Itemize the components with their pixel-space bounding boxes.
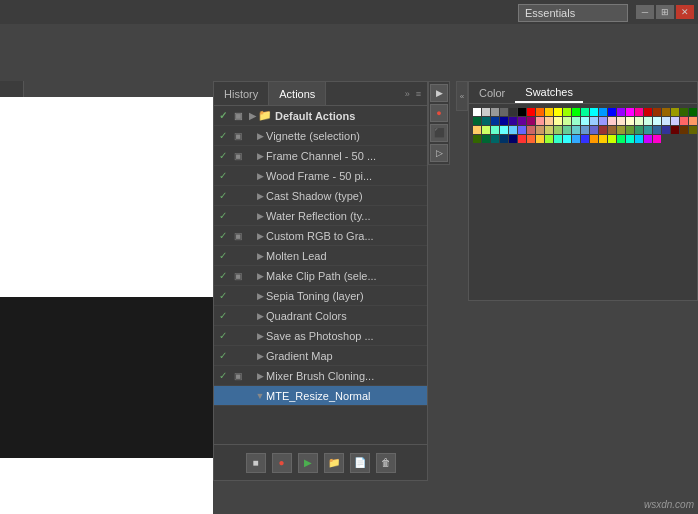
swatch-88[interactable] (590, 135, 598, 143)
swatch-77[interactable] (491, 135, 499, 143)
swatch-6[interactable] (527, 108, 535, 116)
side-btn-2[interactable]: ● (430, 104, 448, 122)
expand-icon-1[interactable]: ▶ (254, 131, 266, 141)
expand-icon-13[interactable]: ▶ (254, 371, 266, 381)
swatch-71[interactable] (662, 126, 670, 134)
swatch-29[interactable] (509, 117, 517, 125)
swatch-76[interactable] (482, 135, 490, 143)
expand-icon-2[interactable]: ▶ (254, 151, 266, 161)
expand-icon-7[interactable]: ▶ (254, 251, 266, 261)
swatch-32[interactable] (536, 117, 544, 125)
swatch-58[interactable] (545, 126, 553, 134)
action-item-7[interactable]: ✓ ▶ Molten Lead (214, 246, 427, 266)
swatch-41[interactable] (617, 117, 625, 125)
expand-icon-8[interactable]: ▶ (254, 271, 266, 281)
swatch-60[interactable] (563, 126, 571, 134)
play-button[interactable]: ▶ (298, 453, 318, 473)
swatch-85[interactable] (563, 135, 571, 143)
swatch-70[interactable] (653, 126, 661, 134)
action-item-2[interactable]: ✓ ▣ ▶ Frame Channel - 50 ... (214, 146, 427, 166)
swatch-94[interactable] (644, 135, 652, 143)
swatch-65[interactable] (608, 126, 616, 134)
swatch-83[interactable] (545, 135, 553, 143)
expand-icon-4[interactable]: ▶ (254, 191, 266, 201)
swatch-22[interactable] (671, 108, 679, 116)
swatch-12[interactable] (581, 108, 589, 116)
action-item-13[interactable]: ✓ ▣ ▶ Mixer Brush Cloning... (214, 366, 427, 386)
panel-menu-icon[interactable]: ≡ (414, 89, 423, 99)
expand-icon-3[interactable]: ▶ (254, 171, 266, 181)
swatch-78[interactable] (500, 135, 508, 143)
folder-button[interactable]: 📁 (324, 453, 344, 473)
swatch-36[interactable] (572, 117, 580, 125)
swatch-18[interactable] (635, 108, 643, 116)
action-item-10[interactable]: ✓ ▶ Quadrant Colors (214, 306, 427, 326)
swatch-34[interactable] (554, 117, 562, 125)
side-btn-3[interactable]: ⬛ (430, 124, 448, 142)
swatch-46[interactable] (662, 117, 670, 125)
swatch-40[interactable] (608, 117, 616, 125)
swatch-1[interactable] (482, 108, 490, 116)
swatch-27[interactable] (491, 117, 499, 125)
expand-icon-10[interactable]: ▶ (254, 311, 266, 321)
delete-button[interactable]: 🗑 (376, 453, 396, 473)
action-item-3[interactable]: ✓ ▶ Wood Frame - 50 pi... (214, 166, 427, 186)
swatch-3[interactable] (500, 108, 508, 116)
side-btn-1[interactable]: ▶ (430, 84, 448, 102)
swatch-26[interactable] (482, 117, 490, 125)
swatch-11[interactable] (572, 108, 580, 116)
swatch-61[interactable] (572, 126, 580, 134)
swatch-50[interactable] (473, 126, 481, 134)
swatch-35[interactable] (563, 117, 571, 125)
swatch-91[interactable] (617, 135, 625, 143)
expand-icon-0[interactable]: ▶ (246, 111, 258, 121)
swatch-81[interactable] (527, 135, 535, 143)
swatch-92[interactable] (626, 135, 634, 143)
swatch-74[interactable] (689, 126, 697, 134)
side-btn-4[interactable]: ▷ (430, 144, 448, 162)
action-item-14[interactable]: ▼ MTE_Resize_Normal (214, 386, 427, 406)
swatch-67[interactable] (626, 126, 634, 134)
swatch-95[interactable] (653, 135, 661, 143)
swatch-82[interactable] (536, 135, 544, 143)
expand-icon-6[interactable]: ▶ (254, 231, 266, 241)
swatch-51[interactable] (482, 126, 490, 134)
swatch-43[interactable] (635, 117, 643, 125)
swatch-8[interactable] (545, 108, 553, 116)
swatch-16[interactable] (617, 108, 625, 116)
swatch-23[interactable] (680, 108, 688, 116)
swatch-5[interactable] (518, 108, 526, 116)
swatch-14[interactable] (599, 108, 607, 116)
swatch-57[interactable] (536, 126, 544, 134)
swatch-49[interactable] (689, 117, 697, 125)
tab-color[interactable]: Color (469, 82, 515, 103)
swatch-15[interactable] (608, 108, 616, 116)
swatch-45[interactable] (653, 117, 661, 125)
swatch-13[interactable] (590, 108, 598, 116)
record-button[interactable]: ● (272, 453, 292, 473)
swatch-24[interactable] (689, 108, 697, 116)
swatch-48[interactable] (680, 117, 688, 125)
swatch-30[interactable] (518, 117, 526, 125)
swatch-38[interactable] (590, 117, 598, 125)
swatch-53[interactable] (500, 126, 508, 134)
tab-swatches[interactable]: Swatches (515, 82, 583, 103)
swatch-54[interactable] (509, 126, 517, 134)
swatch-93[interactable] (635, 135, 643, 143)
swatch-73[interactable] (680, 126, 688, 134)
minimize-button[interactable]: ─ (636, 5, 654, 19)
swatch-62[interactable] (581, 126, 589, 134)
swatch-69[interactable] (644, 126, 652, 134)
tab-actions[interactable]: Actions (269, 82, 326, 105)
swatch-19[interactable] (644, 108, 652, 116)
action-item-0[interactable]: ✓ ▣ ▶ 📁 Default Actions (214, 106, 427, 126)
action-item-11[interactable]: ✓ ▶ Save as Photoshop ... (214, 326, 427, 346)
swatch-0[interactable] (473, 108, 481, 116)
panel-collapse-button[interactable]: « (456, 81, 468, 111)
expand-icon-11[interactable]: ▶ (254, 331, 266, 341)
swatch-37[interactable] (581, 117, 589, 125)
swatch-2[interactable] (491, 108, 499, 116)
swatch-79[interactable] (509, 135, 517, 143)
swatch-39[interactable] (599, 117, 607, 125)
swatch-17[interactable] (626, 108, 634, 116)
